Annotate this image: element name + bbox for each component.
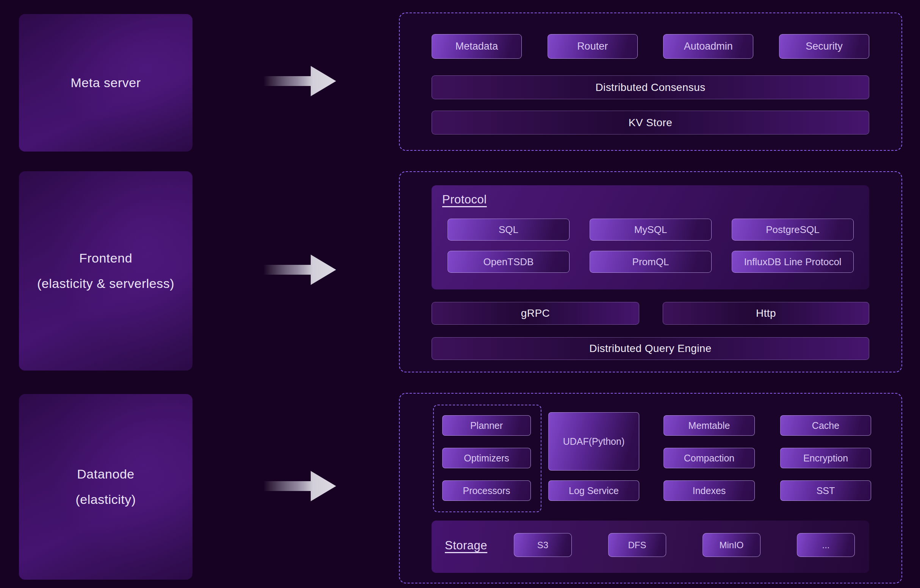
node-meta-server-label: Meta server (71, 75, 141, 90)
chip-indexes: Indexes (664, 480, 755, 501)
node-meta-server: Meta server (19, 14, 193, 152)
chip-minio: MinIO (703, 533, 760, 557)
protocol-row-2: OpenTSDB PromQL InfluxDB Line Protocol (447, 251, 854, 273)
arrow-right-icon (263, 471, 336, 501)
chip-processors: Processors (442, 480, 531, 501)
chip-log-service: Log Service (548, 480, 639, 501)
chip-metadata: Metadata (432, 34, 522, 59)
arrow-right-icon (263, 254, 336, 285)
storage-panel: Storage S3 DFS MinIO ... (432, 520, 869, 573)
protocol-panel: Protocol SQL MySQL PostgreSQL OpenTSDB P… (432, 185, 869, 290)
node-frontend: Frontend (elasticity & serverless) (19, 171, 193, 371)
node-frontend-label: Frontend (79, 251, 132, 266)
protocol-title: Protocol (442, 193, 487, 206)
chip-planner: Planner (442, 415, 531, 436)
arrow-right-icon (263, 66, 336, 96)
chip-compaction: Compaction (664, 448, 755, 468)
architecture-diagram: Meta server Frontend (elasticity & serve… (0, 0, 920, 588)
chip-influxdb-line-protocol: InfluxDB Line Protocol (732, 251, 854, 273)
storage-engine-column: Memtable Compaction Indexes (664, 415, 755, 501)
chip-opentsdb: OpenTSDB (447, 251, 570, 273)
chip-udaf-python: UDAF(Python) (548, 412, 639, 471)
chip-sql: SQL (447, 219, 570, 241)
chip-promql: PromQL (590, 251, 712, 273)
bar-grpc: gRPC (432, 302, 639, 325)
chip-s3: S3 (514, 533, 572, 557)
chip-security: Security (779, 34, 869, 59)
meta-chip-row: Metadata Router Autoadmin Security (432, 34, 869, 59)
udaf-column: UDAF(Python) Log Service (548, 412, 639, 501)
node-datanode: Datanode (elasticity) (19, 394, 193, 580)
chip-cache: Cache (780, 415, 871, 436)
section-meta-server: Metadata Router Autoadmin Security Distr… (399, 13, 902, 151)
chip-postgresql: PostgreSQL (732, 219, 854, 241)
chip-autoadmin: Autoadmin (663, 34, 753, 59)
chip-encryption: Encryption (780, 448, 871, 468)
chip-dfs: DFS (608, 533, 666, 557)
bar-http: Http (663, 302, 869, 325)
aux-column: Cache Encryption SST (780, 415, 871, 501)
bar-kv-store: KV Store (432, 111, 869, 134)
section-datanode: Planner Optimizers Processors UDAF(Pytho… (399, 393, 902, 583)
node-datanode-label: Datanode (77, 467, 134, 481)
chip-more: ... (797, 533, 855, 557)
chip-optimizers: Optimizers (442, 448, 531, 468)
chip-mysql: MySQL (590, 219, 712, 241)
storage-title: Storage (445, 539, 487, 552)
bar-distributed-consensus: Distributed Consensus (432, 75, 869, 99)
chip-memtable: Memtable (664, 415, 755, 436)
protocol-row-1: SQL MySQL PostgreSQL (447, 219, 854, 241)
node-frontend-sublabel: (elasticity & serverless) (37, 276, 174, 291)
chip-router: Router (547, 34, 638, 59)
node-datanode-sublabel: (elasticity) (75, 492, 136, 507)
storage-backends-row: S3 DFS MinIO ... (514, 533, 855, 557)
chip-sst: SST (780, 480, 871, 501)
bar-distributed-query-engine: Distributed Query Engine (432, 337, 869, 360)
section-frontend: Protocol SQL MySQL PostgreSQL OpenTSDB P… (399, 171, 902, 373)
planning-column: Planner Optimizers Processors (442, 415, 531, 501)
